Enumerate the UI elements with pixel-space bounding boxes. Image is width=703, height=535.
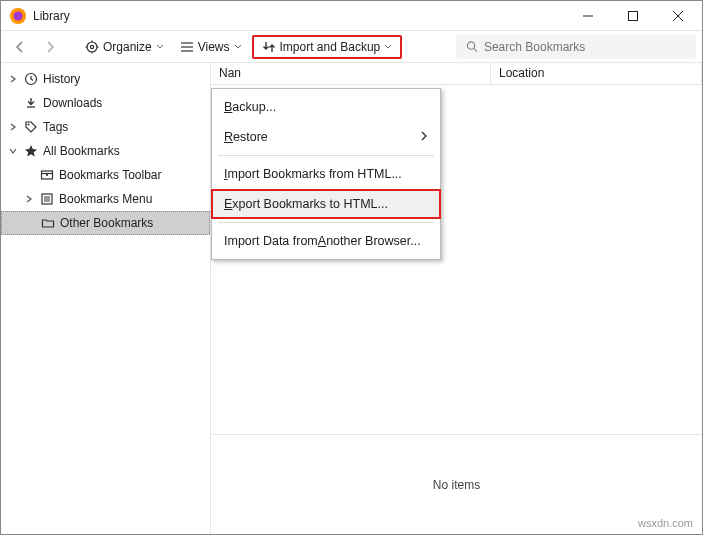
sidebar-item-history[interactable]: History [1, 67, 210, 91]
tag-icon [23, 120, 39, 134]
main-panel: Nan Location Backup... Restore Import Bo… [211, 63, 702, 534]
titlebar: Library [1, 1, 702, 31]
sidebar-item-bookmarks-toolbar[interactable]: Bookmarks Toolbar [1, 163, 210, 187]
menu-item-import-other-browser[interactable]: Import Data from Another Browser... [212, 226, 440, 256]
svg-point-15 [467, 42, 474, 49]
gear-icon [85, 40, 99, 54]
import-backup-button[interactable]: Import and Backup [252, 35, 403, 59]
column-headers: Nan Location [211, 63, 702, 85]
expand-icon[interactable] [23, 195, 35, 203]
close-button[interactable] [655, 1, 700, 30]
search-input[interactable] [484, 40, 686, 54]
watermark: wsxdn.com [638, 517, 693, 529]
star-icon [23, 144, 39, 158]
window-title: Library [33, 9, 70, 23]
svg-line-16 [474, 48, 477, 51]
sidebar-item-all-bookmarks[interactable]: All Bookmarks [1, 139, 210, 163]
svg-rect-3 [628, 11, 637, 20]
svg-point-7 [90, 45, 93, 48]
sidebar-label: Bookmarks Menu [59, 192, 152, 206]
search-icon [466, 40, 478, 53]
sidebar-item-tags[interactable]: Tags [1, 115, 210, 139]
sidebar-label: All Bookmarks [43, 144, 120, 158]
import-backup-menu: Backup... Restore Import Bookmarks from … [211, 88, 441, 260]
sidebar-label: Tags [43, 120, 68, 134]
menu-item-backup[interactable]: Backup... [212, 92, 440, 122]
svg-point-19 [28, 124, 30, 126]
column-location[interactable]: Location [491, 63, 702, 84]
folder-icon [40, 216, 56, 230]
chevron-right-icon [420, 130, 428, 144]
import-backup-label: Import and Backup [280, 40, 381, 54]
menu-separator [218, 155, 434, 156]
sidebar: History Downloads Tags All Bookmarks Boo [1, 63, 211, 534]
back-button[interactable] [7, 37, 33, 57]
menu-icon [39, 192, 55, 206]
list-icon [180, 40, 194, 54]
toolbar-icon [39, 168, 55, 182]
clock-icon [23, 72, 39, 86]
menu-item-export-html[interactable]: Export Bookmarks to HTML... [211, 189, 441, 219]
library-window: Library Organize Views Import and Backup [0, 0, 703, 535]
menu-item-import-html[interactable]: Import Bookmarks from HTML... [212, 159, 440, 189]
list-area: Backup... Restore Import Bookmarks from … [211, 85, 702, 434]
views-label: Views [198, 40, 230, 54]
status-text: No items [433, 478, 480, 492]
body: History Downloads Tags All Bookmarks Boo [1, 63, 702, 534]
sidebar-label: History [43, 72, 80, 86]
app-icon [9, 7, 27, 25]
chevron-down-icon [384, 43, 392, 51]
collapse-icon[interactable] [7, 147, 19, 155]
import-export-icon [262, 40, 276, 54]
organize-label: Organize [103, 40, 152, 54]
sidebar-label: Bookmarks Toolbar [59, 168, 162, 182]
sidebar-item-bookmarks-menu[interactable]: Bookmarks Menu [1, 187, 210, 211]
column-name[interactable]: Nan [211, 63, 491, 84]
sidebar-item-downloads[interactable]: Downloads [1, 91, 210, 115]
expand-icon[interactable] [7, 75, 19, 83]
sidebar-item-other-bookmarks[interactable]: Other Bookmarks [1, 211, 210, 235]
status-bar: No items [211, 434, 702, 534]
expand-icon[interactable] [7, 123, 19, 131]
forward-button[interactable] [37, 37, 63, 57]
sidebar-label: Other Bookmarks [60, 216, 153, 230]
chevron-down-icon [234, 43, 242, 51]
sidebar-label: Downloads [43, 96, 102, 110]
search-box[interactable] [456, 35, 696, 59]
maximize-button[interactable] [610, 1, 655, 30]
menu-separator [218, 222, 434, 223]
views-button[interactable]: Views [174, 37, 248, 57]
menu-item-restore[interactable]: Restore [212, 122, 440, 152]
download-icon [23, 96, 39, 110]
organize-button[interactable]: Organize [79, 37, 170, 57]
toolbar: Organize Views Import and Backup [1, 31, 702, 63]
svg-point-1 [14, 11, 23, 20]
minimize-button[interactable] [565, 1, 610, 30]
svg-point-6 [87, 42, 97, 52]
chevron-down-icon [156, 43, 164, 51]
